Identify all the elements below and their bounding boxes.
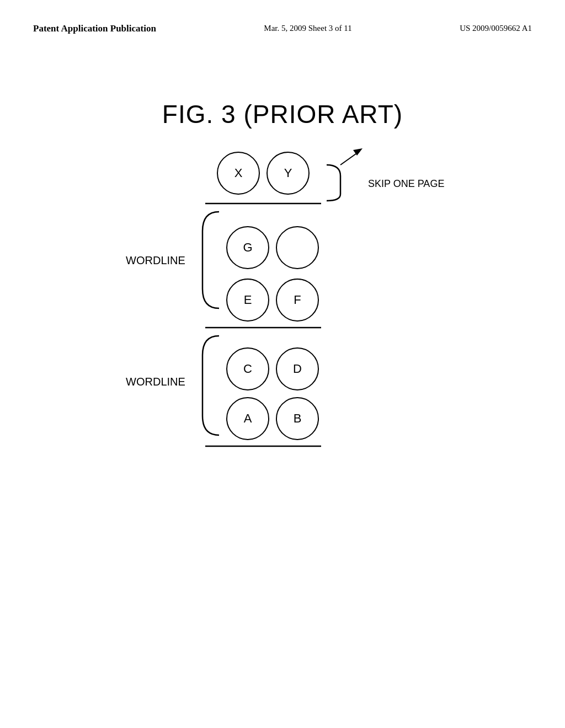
diagram-container: X Y G E F WORDLINE (111, 146, 454, 532)
svg-text:C: C (243, 362, 252, 376)
svg-text:X: X (234, 166, 243, 180)
svg-point-7 (276, 227, 318, 269)
svg-text:Y: Y (284, 166, 292, 180)
svg-text:WORDLINE: WORDLINE (126, 376, 185, 388)
sheet-info: Mar. 5, 2009 Sheet 3 of 11 (264, 22, 351, 35)
page-header: Patent Application Publication Mar. 5, 2… (0, 0, 565, 35)
publication-label: Patent Application Publication (33, 22, 156, 35)
svg-text:E: E (244, 293, 252, 307)
svg-text:WORDLINE: WORDLINE (126, 254, 185, 266)
svg-text:G: G (243, 240, 252, 254)
patent-number: US 2009/0059662 A1 (460, 22, 532, 35)
svg-text:B: B (294, 411, 302, 425)
svg-text:SKIP ONE PAGE: SKIP ONE PAGE (368, 178, 444, 189)
svg-text:F: F (294, 293, 301, 307)
figure-title: FIG. 3 (PRIOR ART) (162, 99, 403, 129)
diagram-svg: X Y G E F WORDLINE (111, 146, 454, 532)
diagram-area: FIG. 3 (PRIOR ART) X Y G E (0, 99, 565, 532)
svg-text:A: A (244, 411, 252, 425)
svg-text:D: D (293, 362, 302, 376)
